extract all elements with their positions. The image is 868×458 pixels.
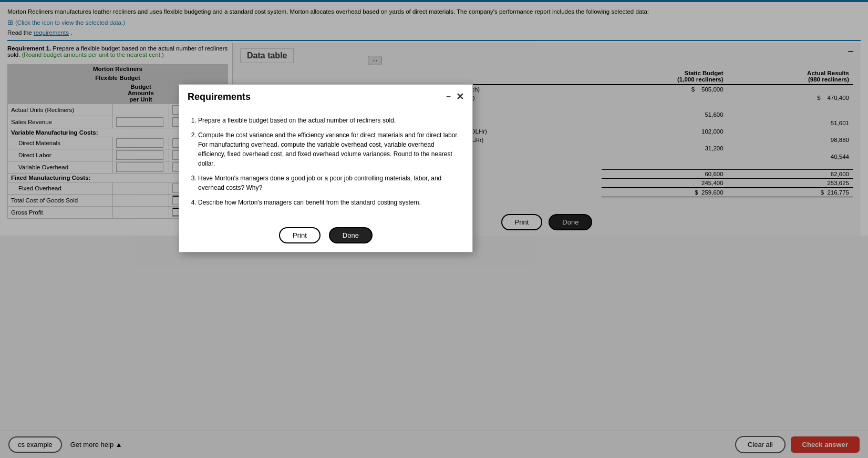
list-item: Compute the cost variance and the effici… <box>198 130 462 168</box>
requirements-list: Prepare a flexible budget based on the a… <box>198 116 462 207</box>
modal-footer: Print Done <box>179 221 472 252</box>
modal-minimize-button[interactable]: − <box>446 92 451 101</box>
requirements-modal: Requirements − ✕ Prepare a flexible budg… <box>179 84 473 252</box>
modal-controls: − ✕ <box>446 91 464 103</box>
list-item: Prepare a flexible budget based on the a… <box>198 116 462 125</box>
modal-done-button[interactable]: Done <box>329 227 373 243</box>
modal-body: Prepare a flexible budget based on the a… <box>179 107 472 221</box>
modal-close-button[interactable]: ✕ <box>456 91 464 103</box>
modal-title: Requirements <box>188 91 251 103</box>
modal-print-button[interactable]: Print <box>279 227 321 243</box>
modal-header: Requirements − ✕ <box>179 85 472 107</box>
list-item: Have Morton's managers done a good job o… <box>198 174 462 192</box>
list-item: Describe how Morton's managers can benef… <box>198 198 462 207</box>
